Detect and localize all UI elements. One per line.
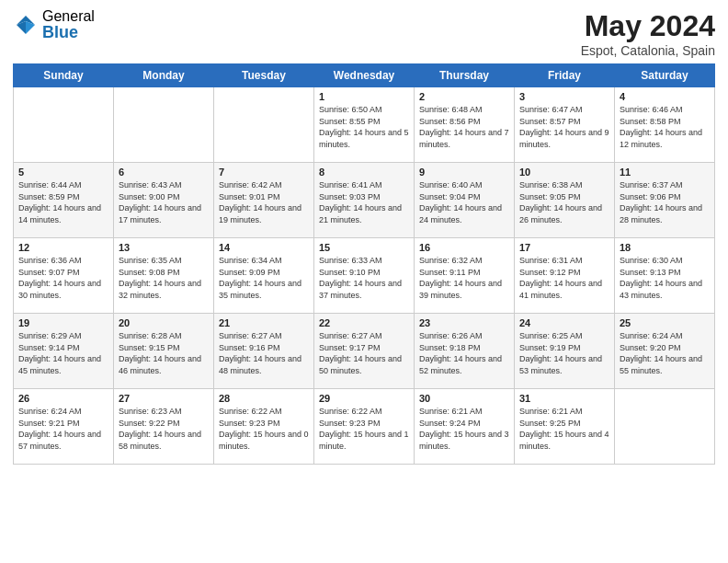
col-header-tuesday: Tuesday	[214, 64, 314, 87]
day-number: 12	[18, 242, 108, 253]
day-info: Sunrise: 6:35 AM Sunset: 9:08 PM Dayligh…	[119, 255, 209, 301]
logo-blue: Blue	[42, 24, 95, 40]
day-number: 16	[419, 242, 509, 253]
calendar-cell: 27Sunrise: 6:23 AM Sunset: 9:22 PM Dayli…	[114, 389, 214, 465]
subtitle: Espot, Catalonia, Spain	[581, 43, 715, 58]
day-info: Sunrise: 6:27 AM Sunset: 9:16 PM Dayligh…	[219, 330, 309, 376]
day-number: 15	[319, 242, 409, 253]
day-info: Sunrise: 6:43 AM Sunset: 9:00 PM Dayligh…	[119, 179, 209, 225]
day-number: 20	[119, 317, 209, 328]
calendar-cell: 4Sunrise: 6:46 AM Sunset: 8:58 PM Daylig…	[615, 87, 715, 163]
day-info: Sunrise: 6:34 AM Sunset: 9:09 PM Dayligh…	[219, 255, 309, 301]
col-header-sunday: Sunday	[14, 64, 114, 87]
calendar-cell	[14, 87, 114, 163]
calendar-cell	[615, 389, 715, 465]
day-info: Sunrise: 6:41 AM Sunset: 9:03 PM Dayligh…	[319, 179, 409, 225]
week-row-2: 5Sunrise: 6:44 AM Sunset: 8:59 PM Daylig…	[14, 163, 715, 238]
day-number: 23	[419, 317, 509, 328]
day-number: 8	[319, 167, 409, 178]
day-number: 4	[620, 91, 710, 102]
calendar-cell: 6Sunrise: 6:43 AM Sunset: 9:00 PM Daylig…	[114, 163, 214, 238]
day-number: 11	[620, 167, 710, 178]
day-info: Sunrise: 6:21 AM Sunset: 9:25 PM Dayligh…	[519, 406, 609, 452]
calendar-cell: 8Sunrise: 6:41 AM Sunset: 9:03 PM Daylig…	[314, 163, 415, 238]
calendar-cell: 22Sunrise: 6:27 AM Sunset: 9:17 PM Dayli…	[314, 314, 415, 389]
col-header-wednesday: Wednesday	[314, 64, 415, 87]
day-info: Sunrise: 6:38 AM Sunset: 9:05 PM Dayligh…	[519, 179, 609, 225]
calendar-cell: 11Sunrise: 6:37 AM Sunset: 9:06 PM Dayli…	[615, 163, 715, 238]
day-number: 27	[119, 393, 209, 404]
day-info: Sunrise: 6:33 AM Sunset: 9:10 PM Dayligh…	[319, 255, 409, 301]
week-row-1: 1Sunrise: 6:50 AM Sunset: 8:55 PM Daylig…	[14, 87, 715, 163]
day-info: Sunrise: 6:46 AM Sunset: 8:58 PM Dayligh…	[620, 104, 710, 150]
calendar-cell: 15Sunrise: 6:33 AM Sunset: 9:10 PM Dayli…	[314, 238, 415, 314]
day-info: Sunrise: 6:44 AM Sunset: 8:59 PM Dayligh…	[18, 179, 108, 225]
col-header-monday: Monday	[114, 64, 214, 87]
col-header-thursday: Thursday	[415, 64, 515, 87]
logo-icon	[13, 12, 39, 38]
day-info: Sunrise: 6:50 AM Sunset: 8:55 PM Dayligh…	[319, 104, 409, 150]
calendar-cell: 28Sunrise: 6:22 AM Sunset: 9:23 PM Dayli…	[214, 389, 314, 465]
day-info: Sunrise: 6:42 AM Sunset: 9:01 PM Dayligh…	[219, 179, 309, 225]
day-number: 7	[219, 167, 309, 178]
day-info: Sunrise: 6:21 AM Sunset: 9:24 PM Dayligh…	[419, 406, 509, 452]
day-info: Sunrise: 6:36 AM Sunset: 9:07 PM Dayligh…	[18, 255, 108, 301]
calendar-cell: 16Sunrise: 6:32 AM Sunset: 9:11 PM Dayli…	[415, 238, 515, 314]
calendar-cell: 1Sunrise: 6:50 AM Sunset: 8:55 PM Daylig…	[314, 87, 415, 163]
calendar-cell	[114, 87, 214, 163]
day-number: 13	[119, 242, 209, 253]
header: General Blue May 2024 Espot, Catalonia, …	[13, 9, 715, 58]
day-number: 14	[219, 242, 309, 253]
calendar-cell: 23Sunrise: 6:26 AM Sunset: 9:18 PM Dayli…	[415, 314, 515, 389]
calendar-cell: 30Sunrise: 6:21 AM Sunset: 9:24 PM Dayli…	[415, 389, 515, 465]
col-header-friday: Friday	[515, 64, 615, 87]
day-info: Sunrise: 6:23 AM Sunset: 9:22 PM Dayligh…	[119, 406, 209, 452]
calendar-cell: 5Sunrise: 6:44 AM Sunset: 8:59 PM Daylig…	[14, 163, 114, 238]
day-number: 29	[319, 393, 409, 404]
day-number: 9	[419, 167, 509, 178]
day-info: Sunrise: 6:26 AM Sunset: 9:18 PM Dayligh…	[419, 330, 509, 376]
calendar-cell: 19Sunrise: 6:29 AM Sunset: 9:14 PM Dayli…	[14, 314, 114, 389]
day-number: 22	[319, 317, 409, 328]
calendar-cell: 17Sunrise: 6:31 AM Sunset: 9:12 PM Dayli…	[515, 238, 615, 314]
day-info: Sunrise: 6:37 AM Sunset: 9:06 PM Dayligh…	[620, 179, 710, 225]
day-number: 1	[319, 91, 409, 102]
day-number: 18	[620, 242, 710, 253]
week-row-3: 12Sunrise: 6:36 AM Sunset: 9:07 PM Dayli…	[14, 238, 715, 314]
calendar-table: SundayMondayTuesdayWednesdayThursdayFrid…	[13, 63, 715, 465]
calendar-cell	[214, 87, 314, 163]
day-number: 24	[519, 317, 609, 328]
day-number: 30	[419, 393, 509, 404]
main-title: May 2024	[581, 9, 715, 43]
svg-marker-2	[17, 21, 26, 34]
calendar-cell: 24Sunrise: 6:25 AM Sunset: 9:19 PM Dayli…	[515, 314, 615, 389]
week-row-4: 19Sunrise: 6:29 AM Sunset: 9:14 PM Dayli…	[14, 314, 715, 389]
calendar-cell: 12Sunrise: 6:36 AM Sunset: 9:07 PM Dayli…	[14, 238, 114, 314]
calendar-cell: 21Sunrise: 6:27 AM Sunset: 9:16 PM Dayli…	[214, 314, 314, 389]
day-number: 17	[519, 242, 609, 253]
day-info: Sunrise: 6:24 AM Sunset: 9:20 PM Dayligh…	[620, 330, 710, 376]
day-number: 5	[18, 167, 108, 178]
calendar-cell: 7Sunrise: 6:42 AM Sunset: 9:01 PM Daylig…	[214, 163, 314, 238]
calendar-cell: 31Sunrise: 6:21 AM Sunset: 9:25 PM Dayli…	[515, 389, 615, 465]
day-number: 21	[219, 317, 309, 328]
calendar-cell: 3Sunrise: 6:47 AM Sunset: 8:57 PM Daylig…	[515, 87, 615, 163]
day-info: Sunrise: 6:31 AM Sunset: 9:12 PM Dayligh…	[519, 255, 609, 301]
svg-marker-1	[26, 21, 35, 34]
day-info: Sunrise: 6:24 AM Sunset: 9:21 PM Dayligh…	[18, 406, 108, 452]
col-header-saturday: Saturday	[615, 64, 715, 87]
day-number: 26	[18, 393, 108, 404]
calendar-cell: 13Sunrise: 6:35 AM Sunset: 9:08 PM Dayli…	[114, 238, 214, 314]
day-number: 28	[219, 393, 309, 404]
day-info: Sunrise: 6:22 AM Sunset: 9:23 PM Dayligh…	[319, 406, 409, 452]
day-info: Sunrise: 6:27 AM Sunset: 9:17 PM Dayligh…	[319, 330, 409, 376]
calendar-cell: 18Sunrise: 6:30 AM Sunset: 9:13 PM Dayli…	[615, 238, 715, 314]
calendar-cell: 9Sunrise: 6:40 AM Sunset: 9:04 PM Daylig…	[415, 163, 515, 238]
day-info: Sunrise: 6:30 AM Sunset: 9:13 PM Dayligh…	[620, 255, 710, 301]
day-info: Sunrise: 6:32 AM Sunset: 9:11 PM Dayligh…	[419, 255, 509, 301]
day-info: Sunrise: 6:40 AM Sunset: 9:04 PM Dayligh…	[419, 179, 509, 225]
day-info: Sunrise: 6:22 AM Sunset: 9:23 PM Dayligh…	[219, 406, 309, 452]
day-number: 10	[519, 167, 609, 178]
day-info: Sunrise: 6:47 AM Sunset: 8:57 PM Dayligh…	[519, 104, 609, 150]
calendar-cell: 14Sunrise: 6:34 AM Sunset: 9:09 PM Dayli…	[214, 238, 314, 314]
